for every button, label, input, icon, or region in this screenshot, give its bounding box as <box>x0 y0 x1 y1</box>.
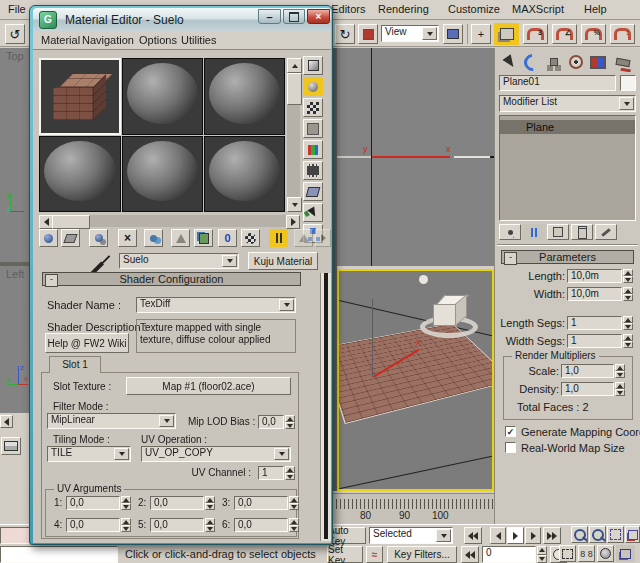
spinner-snap-toggle-button[interactable]: ↕ <box>610 24 635 44</box>
scrollbar-thumb[interactable] <box>52 215 90 229</box>
length-segs-spinner[interactable] <box>623 316 633 330</box>
tab-modify[interactable] <box>522 52 542 72</box>
make-unique-button[interactable] <box>547 224 569 240</box>
length-field[interactable]: 10,0m <box>567 269 622 283</box>
length-spinner[interactable] <box>623 269 633 283</box>
menu-utilities[interactable]: Utilities <box>181 34 216 46</box>
reference-coordinate-system-dropdown[interactable]: View <box>381 25 439 42</box>
slot-texture-button[interactable]: Map #1 (floor02.ace) <box>126 377 291 395</box>
keyboard-override-toggle[interactable] <box>494 23 519 45</box>
percent-snap-toggle-button[interactable]: % <box>581 24 606 44</box>
length-segs-field[interactable]: 1 <box>567 316 622 330</box>
material-sample-slot[interactable] <box>122 58 203 135</box>
tab-utilities[interactable] <box>613 52 633 72</box>
go-forward-to-sibling-button[interactable] <box>315 229 331 247</box>
menu-rendering[interactable]: Rendering <box>374 2 433 16</box>
close-button[interactable]: × <box>307 9 330 24</box>
configure-modifier-sets-button[interactable] <box>595 224 617 240</box>
modifier-list-dropdown[interactable]: Modifier List <box>499 95 636 112</box>
zoom-all-button[interactable] <box>589 526 606 543</box>
minimize-button[interactable]: – <box>258 9 281 24</box>
real-world-map-size-checkbox[interactable] <box>505 442 516 453</box>
scrollbar-thumb[interactable] <box>324 273 328 539</box>
menu-customize[interactable]: Customize <box>444 2 504 16</box>
menu-help[interactable]: Help <box>580 2 611 16</box>
menu-maxscript[interactable]: MAXScript <box>508 2 568 16</box>
filter-mode-dropdown[interactable]: MipLinear <box>47 413 176 429</box>
make-unique-material-button[interactable] <box>171 229 190 247</box>
rollout-scrollbar[interactable] <box>320 273 331 541</box>
menu-file[interactable]: File <box>4 2 30 16</box>
maxscript-mini-listener[interactable] <box>0 546 118 563</box>
time-slider-left-arrow[interactable] <box>0 415 13 428</box>
help-fw2-wiki-button[interactable]: Help @ FW2 Wiki <box>45 333 129 353</box>
material-sample-slot[interactable] <box>204 58 285 135</box>
sample-vertical-scrollbar[interactable] <box>287 58 300 212</box>
uv-arg-spinner[interactable] <box>121 496 131 510</box>
play-button[interactable] <box>507 527 524 544</box>
scroll-left-icon[interactable] <box>39 215 53 229</box>
chevron-down-icon[interactable] <box>422 27 437 40</box>
perspective-viewport[interactable]: x <box>337 269 494 491</box>
arc-rotate-button[interactable] <box>597 545 614 562</box>
chevron-down-icon[interactable] <box>436 529 451 542</box>
sample-uv-tiling-button[interactable] <box>303 119 323 138</box>
tab-display[interactable] <box>588 52 608 72</box>
scrollbar-thumb[interactable] <box>287 73 302 105</box>
uv-arg-spinner[interactable] <box>205 496 215 510</box>
uv-channel-field[interactable]: 1 <box>258 466 284 480</box>
tab-slot-1[interactable]: Slot 1 <box>49 356 101 373</box>
pick-material-from-object-button[interactable] <box>98 253 112 268</box>
chevron-down-icon[interactable] <box>619 97 634 110</box>
modifier-stack[interactable]: Plane <box>499 115 636 221</box>
put-to-library-button[interactable] <box>194 229 213 247</box>
uv-arg-field[interactable]: 0,0 <box>234 518 288 532</box>
width-spinner[interactable] <box>623 287 633 301</box>
angle-snap-toggle-button[interactable]: ∠ <box>552 24 577 44</box>
material-sample-slot[interactable] <box>204 136 285 212</box>
select-and-rotate-button[interactable]: ↻ <box>335 24 355 44</box>
material-name-dropdown[interactable]: Suelo <box>119 253 239 269</box>
menu-options[interactable]: Options <box>139 34 177 46</box>
background-button[interactable] <box>303 98 323 117</box>
set-key-button[interactable]: Set Key <box>327 546 363 563</box>
width-segs-field[interactable]: 1 <box>567 334 622 348</box>
tiling-mode-dropdown[interactable]: TILE <box>47 446 131 462</box>
pin-stack-button[interactable] <box>499 224 521 240</box>
frame-spinner[interactable] <box>537 546 547 563</box>
material-editor-window[interactable]: G Material Editor - Suelo – × Material N… <box>29 5 333 545</box>
key-filters-button[interactable]: Key Filters... <box>387 546 457 563</box>
remove-modifier-button[interactable] <box>571 224 593 240</box>
maximize-button[interactable] <box>283 9 305 24</box>
snaps-toggle-button[interactable]: 3 <box>523 24 548 44</box>
scroll-down-icon[interactable] <box>287 197 302 212</box>
uv-channel-spinner[interactable] <box>285 466 295 480</box>
sample-horizontal-scrollbar[interactable] <box>39 215 300 227</box>
show-end-result-button[interactable] <box>523 224 545 240</box>
mip-lod-bias-field[interactable]: 0,0 <box>258 415 284 429</box>
material-sample-slot[interactable] <box>39 136 121 212</box>
previous-frame-button[interactable] <box>490 527 506 544</box>
uv-arg-spinner[interactable] <box>289 518 299 532</box>
tab-motion[interactable] <box>566 52 586 72</box>
key-filter-dropdown[interactable]: Selected <box>369 527 453 544</box>
width-segs-spinner[interactable] <box>623 334 633 348</box>
go-to-end-button[interactable] <box>543 527 561 544</box>
uv-arg-field[interactable]: 0,0 <box>150 496 204 510</box>
uv-arg-spinner[interactable] <box>205 518 215 532</box>
parameters-rollout-header[interactable]: - Parameters <box>501 250 634 264</box>
object-name-field[interactable]: Plane01 <box>499 75 616 91</box>
tab-hierarchy[interactable] <box>544 52 564 72</box>
go-to-parent-button[interactable] <box>294 229 313 247</box>
scale-field[interactable]: 1,0 <box>561 364 614 378</box>
menu-material[interactable]: Material <box>41 34 80 46</box>
menu-navigation[interactable]: Navigation <box>82 34 134 46</box>
collapse-icon[interactable]: - <box>504 252 517 265</box>
chevron-down-icon[interactable] <box>279 299 294 311</box>
sample-type-button[interactable] <box>303 56 323 75</box>
stack-item-plane[interactable]: Plane <box>500 120 635 134</box>
cube-gizmo[interactable] <box>431 295 467 329</box>
scroll-up-icon[interactable] <box>287 58 302 73</box>
region-zoom-button[interactable] <box>559 545 576 562</box>
chevron-down-icon[interactable] <box>222 255 237 267</box>
